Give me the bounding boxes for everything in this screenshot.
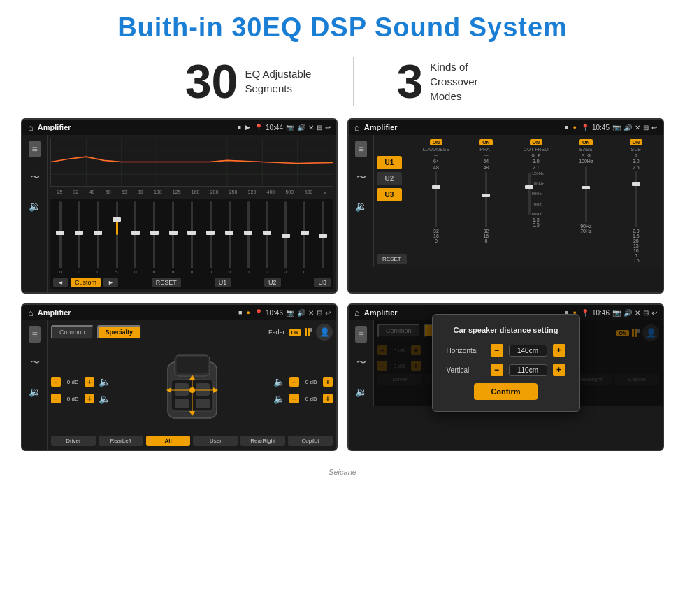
vertical-plus-btn[interactable]: +	[553, 364, 565, 376]
eq-sidebar-wave-icon[interactable]: 〜	[27, 169, 43, 187]
amp-home-icon[interactable]: ⌂	[28, 308, 34, 318]
dist-camera-icon: 📷	[612, 309, 621, 317]
eq-slider-12[interactable]: 0	[258, 200, 275, 274]
eq-next-btn[interactable]: ►	[103, 278, 118, 287]
vol-top-right-plus[interactable]: +	[323, 377, 333, 387]
dsp-dot-icon: ●	[573, 124, 577, 131]
amp-dot-icon: ●	[247, 309, 250, 316]
vol-bottom-right-plus[interactable]: +	[323, 394, 333, 403]
eq-slider-8[interactable]: 0	[183, 200, 201, 274]
vol-bottom-left-minus[interactable]: −	[51, 394, 61, 403]
eq-sidebar-vol-icon[interactable]: 🔉	[26, 198, 43, 215]
speaker-front-left-icon: 🔈	[99, 376, 110, 387]
eq-u1-btn[interactable]: U1	[215, 278, 231, 287]
eq-slider-5[interactable]: 0	[127, 200, 144, 274]
dist-minimize-icon[interactable]: ⊟	[643, 309, 649, 317]
svg-point-20	[189, 387, 195, 393]
eq-slider-4[interactable]: 5	[108, 200, 126, 274]
eq-prev-btn[interactable]: ◄	[53, 278, 68, 287]
specialty-tab[interactable]: Specialty	[97, 325, 142, 339]
dsp-home-icon[interactable]: ⌂	[354, 122, 360, 133]
driver-btn[interactable]: Driver	[51, 436, 96, 446]
dsp-sidebar-vol-icon[interactable]: 🔉	[352, 198, 370, 215]
dsp-back-icon[interactable]: ↩	[651, 124, 657, 131]
amp-status-icons: 📍 10:46 📷 🔊 ✕ ⊟ ↩	[254, 309, 331, 317]
dsp-layout: U1 U2 U3 RESET ON LOUDNESS — 64 48	[377, 138, 660, 264]
vol-top-right-minus[interactable]: −	[289, 377, 299, 387]
amp-sidebar-vol-icon[interactable]: 🔉	[26, 383, 43, 400]
svg-rect-12	[176, 357, 208, 374]
dsp-sidebar: ≡ 〜 🔉	[349, 135, 374, 267]
dsp-u-buttons: U1 U2 U3 RESET	[377, 138, 407, 264]
loudness-slider[interactable]	[435, 171, 437, 227]
vol-top-left-label: 0 dB	[63, 379, 82, 385]
eq-slider-2[interactable]: 0	[71, 200, 88, 274]
sub-slider[interactable]	[635, 171, 637, 227]
eq-slider-9[interactable]: 0	[202, 200, 219, 274]
eq-slider-11[interactable]: 0	[240, 200, 257, 274]
amp-back-icon[interactable]: ↩	[325, 309, 331, 317]
bass-slider[interactable]	[585, 166, 587, 222]
dist-home-icon[interactable]: ⌂	[354, 308, 360, 318]
eq-u2-btn[interactable]: U2	[264, 278, 281, 287]
eq-slider-1[interactable]: 0	[52, 200, 69, 274]
close-icon[interactable]: ✕	[308, 124, 314, 131]
amp-minimize-icon[interactable]: ⊟	[317, 309, 322, 317]
eq-slider-15[interactable]: -1	[315, 200, 332, 274]
eq-play-icon[interactable]: ▶	[245, 124, 250, 131]
home-icon[interactable]: ⌂	[28, 122, 34, 133]
horizontal-minus-btn[interactable]: −	[491, 344, 503, 357]
rear-left-btn[interactable]: RearLeft	[99, 436, 143, 446]
cutfreq-slider-1[interactable]	[528, 173, 531, 215]
copilot-btn[interactable]: Copilot	[288, 436, 333, 446]
dsp-close-icon[interactable]: ✕	[635, 124, 640, 131]
eq-slider-13[interactable]: -1	[277, 200, 294, 274]
amp-screen: ⌂ Amplifier ■ ● 📍 10:46 📷 🔊 ✕ ⊟ ↩ ≡ 〜 🔉	[21, 303, 338, 451]
eq-sliders: 0 0 0 5 0	[50, 199, 333, 275]
vol-top-left-minus[interactable]: −	[51, 377, 61, 387]
vol-bottom-right-minus[interactable]: −	[289, 394, 299, 403]
dsp-sidebar-wave-icon[interactable]: 〜	[354, 169, 369, 187]
dsp-minimize-icon[interactable]: ⊟	[643, 124, 649, 131]
dsp-u1-btn[interactable]: U1	[377, 156, 402, 169]
dsp-u3-btn[interactable]: U3	[377, 188, 402, 201]
dsp-sidebar-eq-icon[interactable]: ≡	[355, 141, 366, 157]
dsp-u2-btn[interactable]: U2	[377, 172, 402, 185]
amp-close-icon[interactable]: ✕	[308, 309, 314, 317]
vol-top-left-plus[interactable]: +	[85, 377, 94, 387]
dist-back-icon[interactable]: ↩	[651, 309, 657, 317]
confirm-button[interactable]: Confirm	[474, 383, 537, 400]
vertical-minus-btn[interactable]: −	[491, 364, 503, 376]
horizontal-row: Horizontal − 140cm +	[447, 344, 565, 357]
eq-slider-7[interactable]: 0	[164, 200, 182, 274]
fader-bar-2	[308, 328, 310, 336]
amp-sidebar-wave-icon[interactable]: 〜	[27, 354, 43, 372]
dsp-reset-btn[interactable]: RESET	[377, 254, 407, 264]
dsp-volume-icon: 🔊	[623, 124, 632, 131]
eq-slider-10[interactable]: 0	[221, 200, 238, 274]
phat-slider[interactable]	[485, 171, 487, 227]
minimize-icon[interactable]: ⊟	[317, 124, 322, 131]
common-tab[interactable]: Common	[51, 325, 94, 339]
horizontal-plus-btn[interactable]: +	[553, 344, 565, 357]
vol-top-right-control: 🔈 − 0 dB +	[273, 376, 333, 387]
rear-right-btn[interactable]: RearRight	[240, 436, 285, 446]
eq-slider-3[interactable]: 0	[89, 200, 107, 274]
dist-close-icon[interactable]: ✕	[635, 309, 640, 317]
dsp-record-icon: ■	[565, 124, 568, 131]
eq-custom-btn[interactable]: Custom	[71, 278, 101, 287]
eq-sidebar: ≡ 〜 🔉	[22, 135, 48, 292]
vol-bottom-left-plus[interactable]: +	[85, 394, 94, 403]
eq-reset-btn[interactable]: RESET	[152, 278, 181, 287]
all-btn[interactable]: All	[146, 436, 191, 446]
person-icon: 👤	[316, 324, 333, 341]
back-icon[interactable]: ↩	[325, 124, 331, 131]
eq-slider-6[interactable]: 0	[145, 200, 163, 274]
eq-u3-btn[interactable]: U3	[314, 278, 331, 287]
fader-bar-3	[310, 328, 312, 332]
screens-grid: ⌂ Amplifier ■ ▶ 📍 10:44 📷 🔊 ✕ ⊟ ↩ ≡ 〜 🔉	[0, 118, 685, 465]
eq-slider-14[interactable]: 0	[296, 200, 313, 274]
user-btn[interactable]: User	[193, 436, 238, 446]
amp-sidebar-eq-icon[interactable]: ≡	[29, 326, 40, 343]
eq-sidebar-eq-icon[interactable]: ≡	[29, 141, 40, 157]
